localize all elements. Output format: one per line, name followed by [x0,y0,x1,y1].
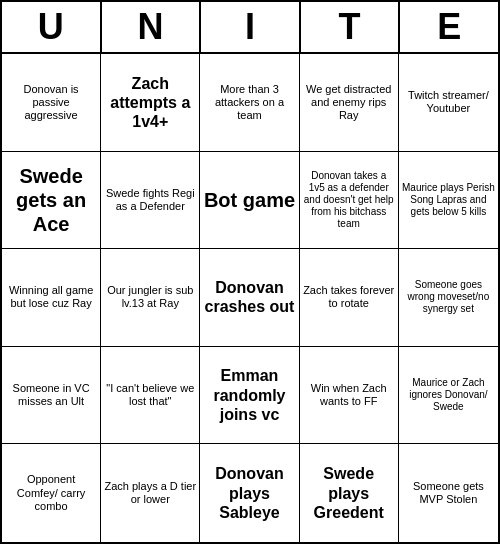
bingo-cell[interactable]: Emman randomly joins vc [200,347,299,445]
bingo-cell[interactable]: Donovan is passive aggressive [2,54,101,152]
bingo-cell[interactable]: Zach attempts a 1v4+ [101,54,200,152]
bingo-cell[interactable]: Someone goes wrong moveset/no synergy se… [399,249,498,347]
header-letter: I [201,2,301,52]
bingo-cell[interactable]: We get distracted and enemy rips Ray [300,54,399,152]
header-letter: U [2,2,102,52]
header-letter: E [400,2,498,52]
bingo-cell[interactable]: Twitch streamer/ Youtuber [399,54,498,152]
bingo-cell[interactable]: Our jungler is sub lv.13 at Ray [101,249,200,347]
bingo-cell[interactable]: Swede fights Regi as a Defender [101,152,200,250]
bingo-grid: Donovan is passive aggressiveZach attemp… [2,54,498,542]
bingo-cell[interactable]: Donovan plays Sableye [200,444,299,542]
bingo-cell[interactable]: Donovan takes a 1v5 as a defender and do… [300,152,399,250]
bingo-cell[interactable]: Maurice plays Perish Song Lapras and get… [399,152,498,250]
bingo-card: UNITE Donovan is passive aggressiveZach … [0,0,500,544]
bingo-cell[interactable]: Win when Zach wants to FF [300,347,399,445]
bingo-cell[interactable]: Donovan crashes out [200,249,299,347]
bingo-cell[interactable]: Bot game [200,152,299,250]
header-letter: T [301,2,401,52]
bingo-cell[interactable]: Winning all game but lose cuz Ray [2,249,101,347]
bingo-cell[interactable]: More than 3 attackers on a team [200,54,299,152]
bingo-header: UNITE [2,2,498,54]
header-letter: N [102,2,202,52]
bingo-cell[interactable]: Maurice or Zach ignores Donovan/ Swede [399,347,498,445]
bingo-cell[interactable]: Zach takes forever to rotate [300,249,399,347]
bingo-cell[interactable]: Swede plays Greedent [300,444,399,542]
bingo-cell[interactable]: Opponent Comfey/ carry combo [2,444,101,542]
bingo-cell[interactable]: Swede gets an Ace [2,152,101,250]
bingo-cell[interactable]: Someone in VC misses an Ult [2,347,101,445]
bingo-cell[interactable]: "I can't believe we lost that" [101,347,200,445]
bingo-cell[interactable]: Zach plays a D tier or lower [101,444,200,542]
bingo-cell[interactable]: Someone gets MVP Stolen [399,444,498,542]
